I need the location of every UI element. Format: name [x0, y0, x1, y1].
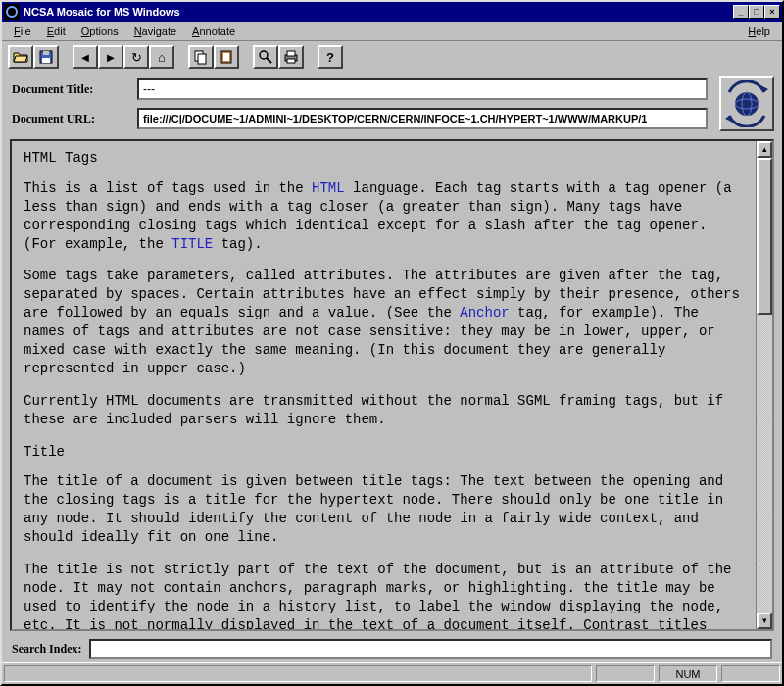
question-icon: ?: [326, 50, 334, 65]
menu-annotate[interactable]: Annotate: [184, 24, 243, 39]
home-icon: ⌂: [158, 50, 166, 65]
minimize-button[interactable]: _: [733, 5, 749, 19]
status-blank2: [721, 665, 780, 682]
save-button[interactable]: [33, 45, 59, 69]
toolbar: ◄ ► ↻ ⌂ ?: [2, 41, 782, 73]
svg-rect-1: [43, 51, 49, 55]
doc-url-field[interactable]: [137, 108, 708, 129]
find-button[interactable]: [253, 45, 278, 69]
close-button[interactable]: ×: [764, 5, 780, 19]
paragraph: The title is not strictly part of the te…: [24, 561, 744, 629]
scroll-track[interactable]: [757, 158, 772, 612]
titlebar: NCSA Mosaic for MS Windows _ □ ×: [2, 2, 782, 22]
svg-line-8: [267, 58, 271, 63]
statusbar: NUM: [2, 662, 782, 684]
search-label: Search Index:: [12, 642, 81, 657]
doc-url-label: Document URL:: [12, 112, 127, 126]
svg-rect-10: [287, 51, 295, 56]
search-input[interactable]: [89, 639, 772, 659]
reload-icon: ↻: [131, 50, 142, 65]
doc-title-field[interactable]: [137, 78, 708, 100]
open-button[interactable]: [8, 45, 33, 69]
paste-icon: [219, 49, 234, 65]
scroll-up-button[interactable]: ▴: [757, 141, 772, 158]
home-button[interactable]: ⌂: [149, 45, 174, 69]
heading-title: Title: [24, 443, 744, 462]
about-button[interactable]: ?: [318, 45, 343, 69]
heading-html-tags: HTML Tags: [24, 149, 744, 168]
menu-edit[interactable]: Edit: [39, 24, 74, 39]
window-title: NCSA Mosaic for MS Windows: [24, 6, 733, 18]
search-panel: Search Index:: [2, 635, 782, 662]
document-content: HTML Tags This is a list of tags used in…: [12, 141, 756, 629]
system-menu-icon[interactable]: [4, 4, 20, 20]
svg-rect-2: [42, 58, 50, 63]
status-blank: [596, 665, 655, 682]
paste-button[interactable]: [214, 45, 239, 69]
svg-rect-6: [223, 53, 229, 61]
scroll-thumb[interactable]: [757, 158, 772, 315]
url-panel: Document Title: Document URL:: [2, 73, 782, 139]
doc-title-label: Document Title:: [12, 82, 127, 97]
app-window: NCSA Mosaic for MS Windows _ □ × File Ed…: [0, 0, 784, 686]
menu-file[interactable]: File: [6, 24, 39, 39]
copy-button[interactable]: [188, 45, 214, 69]
menu-navigate[interactable]: Navigate: [126, 24, 184, 39]
copy-icon: [193, 49, 209, 65]
paragraph: Currently HTML documents are transmitted…: [24, 392, 744, 429]
status-num: NUM: [659, 665, 717, 682]
scroll-down-button[interactable]: ▾: [757, 612, 772, 629]
maximize-button[interactable]: □: [749, 5, 764, 19]
paragraph: The title of a document is given between…: [24, 472, 744, 547]
forward-icon: ►: [105, 50, 118, 65]
menubar: File Edit Options Navigate Annotate Help: [2, 22, 782, 41]
document-viewport: HTML Tags This is a list of tags used in…: [10, 139, 774, 631]
status-message: [4, 665, 592, 682]
vertical-scrollbar[interactable]: ▴ ▾: [756, 141, 772, 629]
back-icon: ◄: [79, 50, 92, 65]
floppy-icon: [38, 49, 54, 65]
mosaic-logo-button[interactable]: [719, 76, 774, 131]
svg-rect-11: [287, 59, 295, 63]
folder-open-icon: [13, 49, 28, 65]
link-anchor[interactable]: Anchor: [460, 305, 509, 320]
reload-button[interactable]: ↻: [123, 45, 149, 69]
svg-point-12: [735, 92, 759, 116]
svg-point-7: [260, 51, 268, 59]
forward-button[interactable]: ►: [98, 45, 123, 69]
menu-options[interactable]: Options: [74, 24, 126, 39]
paragraph: Some tags take parameters, called attrib…: [24, 267, 744, 377]
print-icon: [283, 49, 299, 65]
globe-icon: [723, 80, 770, 127]
back-button[interactable]: ◄: [73, 45, 98, 69]
find-icon: [258, 49, 273, 65]
menu-help[interactable]: Help: [740, 24, 778, 39]
link-html[interactable]: HTML: [312, 180, 345, 196]
svg-rect-4: [198, 54, 206, 64]
link-title[interactable]: TITLE: [172, 236, 213, 252]
print-button[interactable]: [278, 45, 304, 69]
paragraph: This is a list of tags used in the HTML …: [24, 179, 744, 254]
